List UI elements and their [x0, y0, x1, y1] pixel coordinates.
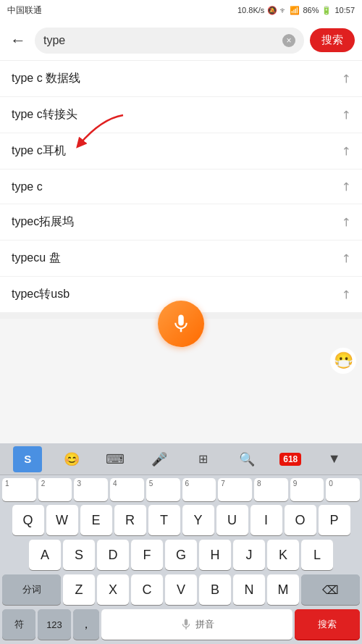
key-q[interactable]: Q — [12, 505, 44, 535]
space-key[interactable]: 拼音 — [101, 609, 292, 640]
suggestion-item[interactable]: typec拓展坞 ↗ — [0, 204, 362, 241]
arrow-icon: ↗ — [337, 70, 354, 87]
search-input-wrapper[interactable]: × — [35, 28, 304, 54]
key-e[interactable]: E — [80, 505, 112, 535]
bottom-row: 符 123 ， 拼音 搜索 — [0, 607, 362, 644]
comma-key[interactable]: ， — [73, 609, 99, 640]
key-j[interactable]: J — [233, 540, 265, 570]
key-r[interactable]: R — [114, 505, 146, 535]
time: 10:57 — [334, 6, 355, 14]
microphone-icon — [170, 313, 192, 335]
status-right: 10.8K/s 🔕 ᯤ 📶 86% 🔋 10:57 — [237, 6, 355, 15]
key-c[interactable]: C — [131, 574, 163, 605]
key-row-2: A S D F G H J K L — [0, 538, 362, 572]
key-o[interactable]: O — [285, 505, 316, 535]
arrow-icon: ↗ — [337, 214, 354, 230]
keyboard-toolbar: S 😊 ⌨ 🎤 ⊞ 🔍 618 ▼ — [0, 443, 362, 475]
key-2[interactable]: 2 — [38, 478, 72, 501]
network-speed: 10.8K/s — [237, 6, 264, 14]
key-f[interactable]: F — [131, 540, 163, 570]
key-row-1: Q W E R T Y U I O P — [0, 503, 362, 538]
space-label: 拼音 — [195, 618, 214, 631]
mask-icon: 😷 — [330, 348, 356, 374]
microphone-small-icon — [180, 618, 193, 631]
suggestion-item-type-c-earphone[interactable]: type c耳机 ↗ — [0, 133, 362, 170]
suggestion-text: type c 数据线 — [12, 71, 80, 86]
key-7[interactable]: 7 — [218, 478, 252, 501]
key-n[interactable]: N — [233, 574, 265, 605]
red-arrow-annotation — [65, 112, 138, 155]
suggestion-text: typecu 盘 — [12, 251, 61, 266]
emoji-icon[interactable]: 😊 — [57, 446, 86, 472]
numpad-key[interactable]: 123 — [38, 609, 71, 640]
arrow-icon: ↗ — [337, 286, 354, 303]
status-bar: 中国联通 10.8K/s 🔕 ᯤ 📶 86% 🔋 10:57 — [0, 0, 362, 20]
carrier-text: 中国联通 — [7, 4, 42, 17]
key-v[interactable]: V — [165, 574, 197, 605]
key-a[interactable]: A — [29, 540, 61, 570]
battery: 86% — [303, 6, 319, 14]
voice-button[interactable] — [158, 301, 204, 347]
suggestion-text: typec拓展坞 — [12, 214, 74, 230]
battery-icon: 🔋 — [321, 6, 332, 15]
key-d[interactable]: D — [97, 540, 129, 570]
keyboard: S 😊 ⌨ 🎤 ⊞ 🔍 618 ▼ 1 2 3 4 5 6 7 8 9 0 Q … — [0, 443, 362, 644]
arrow-icon: ↗ — [337, 178, 354, 195]
618-badge[interactable]: 618 — [276, 446, 305, 472]
suggestion-text: typec转usb — [12, 287, 70, 302]
key-g[interactable]: G — [165, 540, 197, 570]
back-button[interactable]: ← — [7, 28, 29, 53]
key-l[interactable]: L — [301, 540, 333, 570]
key-m[interactable]: M — [267, 574, 299, 605]
key-h[interactable]: H — [199, 540, 231, 570]
suggestion-item[interactable]: typecu 盘 ↗ — [0, 241, 362, 277]
clear-button[interactable]: × — [282, 34, 295, 47]
key-8[interactable]: 8 — [254, 478, 288, 501]
search-button[interactable]: 搜索 — [310, 28, 355, 52]
key-t[interactable]: T — [148, 505, 180, 535]
key-row-3: 分词 Z X C V B N M ⌫ — [0, 572, 362, 607]
sogou-icon[interactable]: S — [13, 446, 42, 472]
enter-search-key[interactable]: 搜索 — [295, 609, 360, 640]
suggestion-item[interactable]: type c ↗ — [0, 170, 362, 204]
signal-icons: 🔕 ᯤ 📶 — [267, 6, 300, 15]
collapse-icon[interactable]: ▼ — [320, 446, 349, 472]
delete-key[interactable]: ⌫ — [301, 574, 360, 605]
key-6[interactable]: 6 — [182, 478, 216, 501]
key-i[interactable]: I — [251, 505, 282, 535]
key-4[interactable]: 4 — [110, 478, 144, 501]
key-b[interactable]: B — [199, 574, 231, 605]
suggestions-list: type c 数据线 ↗ type c转接头 ↗ type c耳机 ↗ type… — [0, 61, 362, 313]
key-0[interactable]: 0 — [326, 478, 360, 501]
key-s[interactable]: S — [63, 540, 95, 570]
key-p[interactable]: P — [319, 505, 350, 535]
split-word-key[interactable]: 分词 — [2, 574, 61, 605]
suggestion-text: type c耳机 — [12, 143, 66, 159]
arrow-icon: ↗ — [337, 143, 354, 159]
voice-input-icon[interactable]: 🎤 — [145, 446, 174, 472]
key-3[interactable]: 3 — [74, 478, 108, 501]
key-9[interactable]: 9 — [290, 478, 324, 501]
suggestion-item[interactable]: type c 数据线 ↗ — [0, 61, 362, 97]
key-w[interactable]: W — [46, 505, 78, 535]
symbol-key[interactable]: 符 — [2, 609, 35, 640]
keyboard-icon[interactable]: ⌨ — [101, 446, 130, 472]
grid-icon[interactable]: ⊞ — [188, 446, 217, 472]
search-bar: ← × 搜索 — [0, 20, 362, 61]
search-icon[interactable]: 🔍 — [232, 446, 261, 472]
arrow-icon: ↗ — [337, 106, 354, 123]
arrow-icon: ↗ — [337, 250, 354, 267]
key-x[interactable]: X — [97, 574, 129, 605]
key-y[interactable]: Y — [182, 505, 214, 535]
search-input[interactable] — [43, 34, 282, 47]
key-z[interactable]: Z — [63, 574, 95, 605]
key-5[interactable]: 5 — [146, 478, 180, 501]
number-row: 1 2 3 4 5 6 7 8 9 0 — [0, 475, 362, 503]
key-k[interactable]: K — [267, 540, 299, 570]
suggestion-text: type c — [12, 180, 43, 193]
key-u[interactable]: U — [216, 505, 248, 535]
suggestion-item[interactable]: type c转接头 ↗ — [0, 97, 362, 133]
key-1[interactable]: 1 — [2, 478, 36, 501]
